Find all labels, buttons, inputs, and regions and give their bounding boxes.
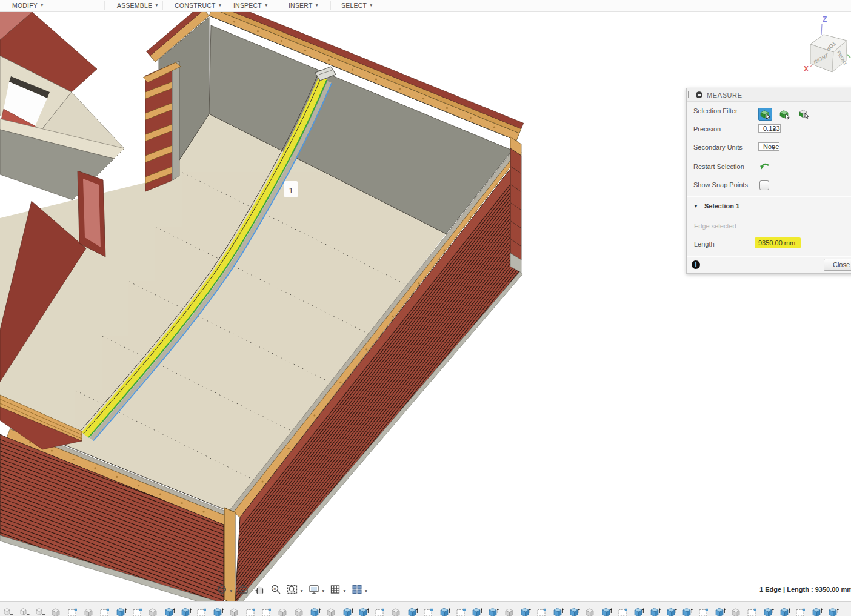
panel-grip-icon[interactable] [688, 91, 689, 98]
timeline-feature-gray-icon[interactable] [504, 606, 516, 616]
display-settings-button[interactable]: ▼ [308, 583, 325, 598]
timeline-sketch-icon[interactable] [747, 606, 758, 616]
chevron-down-icon: ▼ [315, 0, 319, 11]
show-snap-points-label: Show Snap Points [693, 181, 748, 188]
restart-selection-button[interactable] [759, 162, 770, 174]
timeline-feature-blue-icon[interactable] [828, 606, 839, 616]
timeline-feature-blue-icon[interactable] [650, 606, 661, 616]
filter-component-button[interactable] [778, 108, 792, 121]
menu-separator [278, 1, 278, 10]
zoom-icon: ± [270, 583, 282, 598]
look-at-button[interactable] [237, 583, 249, 598]
timeline-feature-blue-icon[interactable] [358, 606, 370, 616]
timeline-sketch-icon[interactable] [618, 606, 629, 616]
timeline-feature-blue-icon[interactable] [488, 606, 499, 616]
timeline-feature-gray-icon[interactable] [585, 606, 596, 616]
zoom-button[interactable]: ± [270, 583, 282, 598]
timeline-feature-blue-icon[interactable] [569, 606, 581, 616]
timeline-sketch-icon[interactable] [132, 606, 144, 616]
grid-button[interactable]: ▼ [329, 583, 346, 598]
timeline-feature-blue-icon[interactable] [553, 606, 564, 616]
timeline-sketch-icon[interactable] [456, 606, 467, 616]
menu-separator [104, 1, 105, 10]
timeline-sketch-icon[interactable] [245, 606, 257, 616]
timeline-feature-blue-icon[interactable] [601, 606, 613, 616]
timeline-feature-gray-icon[interactable] [391, 606, 402, 616]
timeline-feature-gray-icon[interactable] [731, 606, 743, 616]
axis-x-label: X [804, 65, 809, 73]
timeline-component-icon[interactable] [2, 606, 14, 616]
fit-button[interactable]: ▼ [286, 583, 303, 598]
timeline-feature-blue-icon[interactable] [116, 606, 127, 616]
stud-wall-section[interactable] [143, 61, 181, 191]
timeline-feature-blue-icon[interactable] [666, 606, 678, 616]
timeline-bar [0, 601, 851, 616]
timeline-sketch-icon[interactable] [67, 606, 79, 616]
timeline-sketch-icon[interactable] [536, 606, 548, 616]
timeline-sketch-icon[interactable] [698, 606, 710, 616]
timeline-feature-blue-icon[interactable] [310, 606, 321, 616]
menu-label: MODIFY [12, 0, 38, 11]
selection-marker-badge: 1 [284, 181, 298, 197]
timeline-feature-blue-icon[interactable] [520, 606, 532, 616]
menu-inspect[interactable]: INSPECT▼ [233, 0, 269, 11]
selection-1-section-header[interactable]: ▼ Selection 1 [693, 202, 739, 210]
timeline-feature-blue-icon[interactable] [342, 606, 354, 616]
secondary-units-dropdown[interactable]: None ▼ [758, 142, 779, 151]
timeline-sketch-icon[interactable] [795, 606, 807, 616]
timeline-feature-blue-icon[interactable] [812, 606, 823, 616]
timeline-feature-blue-icon[interactable] [439, 606, 451, 616]
menu-bar: MODIFY▼ASSEMBLE▼CONSTRUCT▼INSPECT▼INSERT… [0, 0, 851, 12]
orbit-button[interactable]: ▼ [216, 583, 233, 598]
svg-text:1: 1 [289, 186, 293, 195]
timeline-sketch-icon[interactable] [375, 606, 386, 616]
precision-dropdown[interactable]: 0.123 ▼ [758, 124, 781, 133]
timeline-feature-gray-icon[interactable] [326, 606, 338, 616]
menu-construct[interactable]: CONSTRUCT▼ [175, 0, 222, 11]
menu-modify[interactable]: MODIFY▼ [12, 0, 44, 11]
timeline-component-icon[interactable] [35, 606, 46, 616]
timeline-feature-gray-icon[interactable] [148, 606, 159, 616]
menu-separator [162, 1, 163, 10]
timeline-feature-blue-icon[interactable] [472, 606, 483, 616]
timeline-sketch-icon[interactable] [99, 606, 111, 616]
timeline-feature-blue-icon[interactable] [779, 606, 791, 616]
menu-insert[interactable]: INSERT▼ [289, 0, 319, 11]
timeline-sketch-icon[interactable] [196, 606, 208, 616]
timeline-feature-gray-icon[interactable] [229, 606, 241, 616]
timeline-sketch-icon[interactable] [423, 606, 435, 616]
timeline-feature-gray-icon[interactable] [51, 606, 62, 616]
orbit-icon [216, 583, 228, 598]
timeline-feature-gray-icon[interactable] [278, 606, 289, 616]
pan-button[interactable] [253, 583, 265, 598]
timeline-feature-blue-icon[interactable] [715, 606, 726, 616]
timeline-feature-blue-icon[interactable] [682, 606, 693, 616]
timeline-component-icon[interactable] [19, 606, 30, 616]
timeline-feature-blue-icon[interactable] [763, 606, 775, 616]
svg-text:±: ± [274, 586, 276, 591]
chevron-down-icon: ▼ [229, 589, 233, 593]
timeline-feature-blue-icon[interactable] [633, 606, 645, 616]
close-button[interactable]: Close [824, 259, 851, 271]
timeline-feature-gray-icon[interactable] [84, 606, 95, 616]
measure-panel-header[interactable]: MEASURE [687, 88, 851, 102]
secondary-units-label: Secondary Units [693, 144, 743, 151]
filter-body-half-button[interactable] [797, 108, 811, 121]
menu-label: ASSEMBLE [117, 0, 152, 11]
timeline-feature-blue-icon[interactable] [407, 606, 419, 616]
timeline-feature-blue-icon[interactable] [213, 606, 224, 616]
collapse-triangle-icon: ▼ [693, 204, 698, 209]
viewports-button[interactable]: ▼ [351, 583, 368, 598]
show-snap-points-checkbox[interactable] [759, 180, 769, 190]
divider [687, 196, 851, 196]
info-icon[interactable]: i [692, 260, 700, 269]
menu-assemble[interactable]: ASSEMBLE▼ [117, 0, 159, 11]
filter-body-button[interactable] [758, 108, 772, 121]
timeline-feature-blue-icon[interactable] [181, 606, 192, 616]
chevron-down-icon: ▼ [264, 0, 269, 11]
window-opening-2[interactable] [83, 179, 101, 247]
timeline-feature-gray-icon[interactable] [294, 606, 305, 616]
timeline-sketch-icon[interactable] [261, 606, 273, 616]
timeline-feature-blue-icon[interactable] [164, 606, 176, 616]
menu-select[interactable]: SELECT▼ [341, 0, 373, 11]
